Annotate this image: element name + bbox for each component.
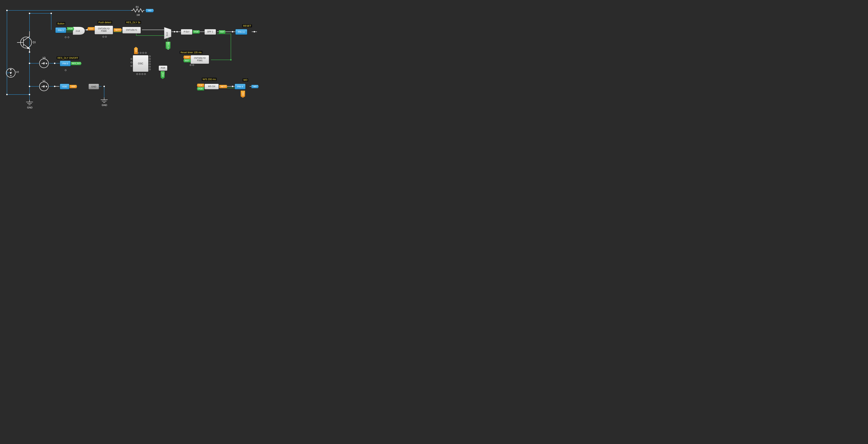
v1-label: V1	[42, 79, 45, 82]
por-tag-3: POR	[197, 87, 204, 91]
clk-tag-3: CLK	[197, 83, 204, 87]
pin11[interactable]: PIN 11	[236, 29, 247, 35]
wd-tag-top: WD	[146, 9, 154, 12]
rst-tag-2: RST	[183, 59, 191, 62]
rst-tag-1: RST	[219, 30, 226, 34]
svg-point-31	[65, 37, 66, 38]
por-block[interactable]: POR	[159, 66, 167, 71]
svg-point-59	[103, 86, 105, 87]
vdd-tag-1: VDD	[69, 85, 77, 88]
svg-point-20	[149, 64, 151, 65]
svg-text:+: +	[46, 85, 47, 88]
por-tag-2: POR	[193, 30, 200, 34]
svg-text:3-L5: 3-L5	[166, 32, 168, 36]
resdly3s-ann: RES_DLY 3s	[125, 21, 141, 24]
svg-point-36	[190, 64, 191, 66]
clk-tag-1: CLK	[87, 27, 95, 31]
svg-point-16	[131, 65, 132, 67]
resdly-tag-1: RES_DLY	[166, 42, 170, 50]
svg-point-43	[29, 86, 30, 87]
svg-point-15	[131, 62, 132, 63]
ws200-ann: W/S 200 ms	[202, 78, 217, 81]
svg-point-32	[68, 37, 69, 38]
svg-point-47	[54, 86, 55, 87]
push-ann: Push detect	[98, 21, 112, 24]
svg-point-8	[39, 82, 49, 91]
pdly[interactable]: P DLY	[181, 29, 192, 35]
svg-point-39	[29, 13, 30, 14]
dff2[interactable]: DFF 2	[205, 29, 216, 35]
svg-point-4	[39, 59, 49, 68]
svg-text:−: −	[42, 62, 43, 65]
svg-point-34	[102, 36, 104, 37]
clk-tag-osc: CLK	[134, 47, 138, 54]
svg-point-57	[254, 31, 255, 32]
svg-point-28	[139, 73, 141, 75]
q1-label: Q1	[33, 41, 36, 43]
gnd1-label: GND	[27, 106, 32, 109]
svg-point-30	[144, 73, 146, 75]
svg-point-12	[21, 37, 32, 48]
svg-point-27	[136, 73, 138, 75]
l0-text: 2-L0	[76, 30, 80, 32]
svg-point-21	[149, 66, 151, 67]
svg-point-26	[145, 52, 147, 54]
wsctrl[interactable]: WS Ctrl	[205, 84, 219, 89]
reset-ann: RESET	[242, 24, 252, 27]
vdd-tag-pin4: VDD	[241, 91, 245, 98]
svg-point-18	[149, 58, 151, 60]
por-tag-down: POR	[161, 71, 165, 79]
net7-tag-1: NET7	[114, 28, 122, 32]
svg-point-29	[142, 73, 143, 75]
fsm1[interactable]: CNT3/DLY3/ FSM1	[191, 55, 209, 64]
svg-text:V: V	[43, 85, 44, 88]
pin3[interactable]: PIN 3	[55, 27, 66, 33]
svg-point-42	[29, 63, 30, 64]
r1-value: 1M	[136, 13, 140, 16]
svg-text:+: +	[46, 62, 47, 65]
wd-ann: WD	[243, 78, 248, 81]
svg-text:−: −	[10, 74, 11, 77]
gnd-block[interactable]: GND	[89, 84, 99, 89]
dly1[interactable]: CNT1/DLY1	[122, 27, 141, 33]
svg-point-40	[51, 13, 52, 14]
svg-point-19	[149, 61, 151, 62]
svg-point-35	[105, 36, 106, 37]
por-tag-1: POR	[67, 27, 74, 31]
svg-point-22	[149, 69, 151, 70]
gnd2-label: GND	[102, 104, 107, 106]
net7-tag-2: NET7	[219, 85, 227, 88]
svg-point-61	[230, 59, 231, 61]
svg-point-14	[131, 58, 132, 60]
svg-point-44	[29, 94, 30, 95]
v3-label: V3	[42, 56, 45, 59]
svg-point-46	[6, 10, 8, 11]
button-ann: Button	[57, 22, 65, 25]
clk-tag-2: CLK	[183, 56, 191, 59]
svg-text:V: V	[10, 72, 11, 74]
svg-point-17	[149, 56, 151, 57]
svg-point-56	[232, 31, 233, 32]
svg-text:+: +	[10, 69, 11, 71]
resdlyonoff-ann: RES_DLY ON/OFF	[57, 56, 79, 60]
resdly-tag-2: RES_DLY	[71, 62, 82, 65]
svg-point-25	[143, 52, 144, 54]
pin-vdd[interactable]: VDD	[60, 84, 69, 89]
svg-point-45	[6, 94, 8, 95]
svg-point-0	[6, 68, 15, 77]
svg-point-58	[232, 86, 233, 87]
osc[interactable]: OSC	[133, 55, 148, 72]
pin4[interactable]: PIN 4	[235, 84, 245, 89]
svg-text:−: −	[42, 85, 43, 88]
svg-point-24	[140, 52, 141, 54]
svg-point-41	[29, 52, 30, 53]
pin5[interactable]: PIN 5	[60, 61, 71, 66]
wd-tag-r: WD	[251, 85, 259, 88]
r1-label: R1	[136, 5, 139, 8]
svg-point-53	[176, 31, 178, 32]
svg-point-37	[192, 64, 194, 66]
v2-label: V2	[16, 71, 19, 73]
svg-point-33	[65, 70, 66, 71]
fsm0[interactable]: CNT2/DLY2/ FSM0	[95, 26, 113, 34]
svg-point-52	[174, 31, 175, 32]
